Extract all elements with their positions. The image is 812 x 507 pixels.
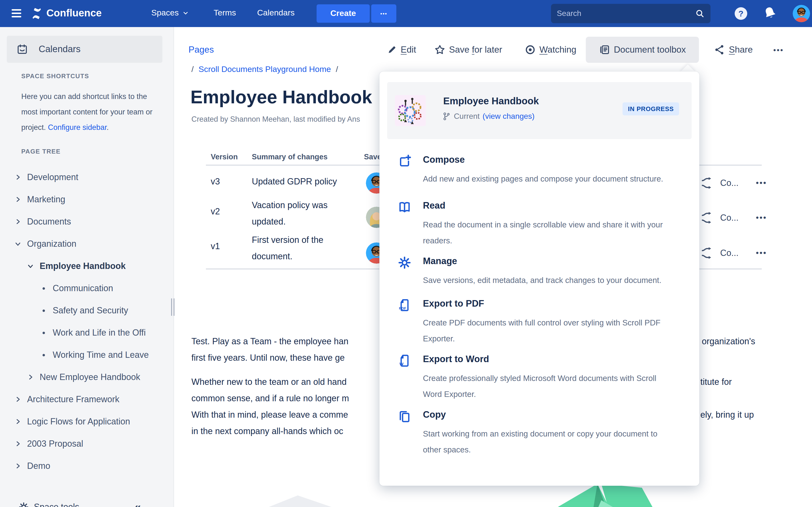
edit-button[interactable]: Edit [387,40,416,60]
confluence-app: Confluence Spaces Terms Calendars Create… [0,0,812,507]
tree-item-architecture-framework[interactable]: Architecture Framework [0,388,174,410]
menu-item-export-pdf[interactable]: Export to PDF [423,298,484,309]
calendar-icon [16,44,28,55]
hamburger-menu-icon[interactable] [12,9,21,17]
nav-spaces-menu[interactable]: Spaces [151,8,188,18]
body-text: With that in mind, please leave a comme [191,410,348,420]
compare-shuffle-icon[interactable] [701,177,713,189]
menu-item-compose[interactable]: Compose [423,155,465,165]
tree-item-demo[interactable]: Demo [0,455,174,477]
tree-item-logic-flows[interactable]: Logic Flows for Application [0,410,174,433]
table-header-summary: Summary of changes [252,153,328,161]
breadcrumb-home-link[interactable]: Scroll Documents Playground Home [198,65,331,74]
body-text: in the next company all-hands which oc [191,427,343,437]
chevron-down-icon [183,10,188,16]
share-button[interactable]: Share [714,40,753,60]
nav-terms-link[interactable]: Terms [214,8,236,18]
compose-icon [398,155,411,168]
table-row-summary: Vacation policy was updated. [252,197,356,230]
chevron-right-icon[interactable] [14,218,21,225]
table-row-actions: Co... ••• [701,247,767,259]
space-tools-button[interactable]: Space tools [34,502,79,507]
configure-sidebar-link[interactable]: Configure sidebar [48,123,107,131]
body-text: first five years. Until now, these have … [191,353,345,363]
page-title: Employee Handbook [191,87,372,108]
collapse-sidebar-button[interactable]: « [134,500,141,507]
space-shortcuts-heading: SPACE SHORTCUTS [21,72,89,80]
share-icon [714,44,725,56]
table-row-version: v2 [211,207,220,217]
tree-item-new-employee-handbook[interactable]: New Employee Handbook [0,366,174,388]
row-more-button[interactable]: ••• [756,179,767,187]
chevron-right-icon[interactable] [14,174,21,181]
sidebar-footer: Space tools « [0,492,174,507]
search-icon[interactable] [695,9,705,18]
page-more-button[interactable]: ••• [773,40,784,60]
manage-gear-icon [398,256,411,270]
row-more-button[interactable]: ••• [756,213,767,222]
menu-item-manage[interactable]: Manage [423,256,457,267]
tree-item-organization[interactable]: Organization [0,233,174,255]
tree-item-2003-proposal[interactable]: 2003 Proposal [0,433,174,455]
menu-item-read[interactable]: Read [423,201,445,211]
tree-item-marketing[interactable]: Marketing [0,188,174,211]
chevron-right-icon[interactable] [14,396,21,403]
view-changes-link[interactable]: (view changes) [483,112,535,121]
chevron-right-icon[interactable] [14,463,21,469]
confluence-logo-text[interactable]: Confluence [46,7,102,19]
popup-version-row: Current (view changes) [442,112,535,121]
menu-item-export-word[interactable]: Export to Word [423,354,489,364]
chevron-down-icon[interactable] [27,263,34,270]
tree-item-development[interactable]: Development [0,166,174,188]
watching-button[interactable]: Watching [524,40,576,60]
body-text: common sense, and if a rule no longer m [191,394,349,404]
chevron-right-icon[interactable] [14,196,21,203]
notifications-bell-icon[interactable] [763,6,777,20]
menu-item-copy[interactable]: Copy [423,409,446,420]
compare-button[interactable]: Co... [720,213,739,223]
chevron-right-icon[interactable] [14,440,21,447]
nav-calendars-link[interactable]: Calendars [257,8,295,18]
byline: Created by Shannon Meehan, last modified… [191,115,360,124]
popup-document-title: Employee Handbook [443,96,539,107]
compare-button[interactable]: Co... [720,178,739,188]
tree-item-working-time-and-leave[interactable]: Working Time and Leave [0,344,174,366]
compare-shuffle-icon[interactable] [701,212,713,224]
sidebar-resize-handle[interactable] [171,298,174,316]
svg-text:w: w [399,361,404,366]
save-for-later-button[interactable]: Save for later [434,40,502,60]
compare-shuffle-icon[interactable] [701,247,713,259]
tree-item-safety-and-security[interactable]: Safety and Security [0,299,174,322]
pencil-icon [387,44,397,55]
chevron-down-icon[interactable] [14,240,21,247]
bullet-icon [43,309,45,312]
row-more-button[interactable]: ••• [756,249,767,258]
version-current-label: Current [454,112,480,121]
read-book-icon [398,201,411,214]
bullet-icon [43,354,45,356]
body-text: organization's [702,337,755,347]
compare-button[interactable]: Co... [720,248,739,258]
export-word-icon: w [398,354,411,368]
page-tree-heading: PAGE TREE [21,148,61,155]
tree-item-documents[interactable]: Documents [0,211,174,233]
document-toolbox-button[interactable]: Document toolbox [586,37,699,63]
user-avatar[interactable] [793,5,810,22]
create-button[interactable]: Create [317,4,370,23]
tree-item-work-and-life[interactable]: Work and Life in the Offi [0,322,174,344]
export-pdf-icon: PDF [398,298,411,312]
tree-item-communication[interactable]: Communication [0,277,174,299]
menu-item-copy-description: Start working from an existing document … [423,426,676,458]
nav-more-button[interactable]: ••• [371,4,396,23]
chevron-right-icon[interactable] [14,418,21,425]
document-toolbox-popup: Employee Handbook Current (view changes)… [379,71,699,486]
search-input[interactable] [551,9,695,18]
pages-breadcrumb-link[interactable]: Pages [189,40,214,60]
table-row-version: v1 [211,241,220,251]
sidebar-item-calendars[interactable]: Calendars [7,36,162,63]
help-icon[interactable]: ? [734,6,748,21]
tree-item-employee-handbook[interactable]: Employee Handbook [0,255,174,277]
table-header-version: Version [211,153,238,161]
space-shortcuts-description: Here you can add shortcut links to the m… [21,89,157,135]
chevron-right-icon[interactable] [27,374,34,381]
